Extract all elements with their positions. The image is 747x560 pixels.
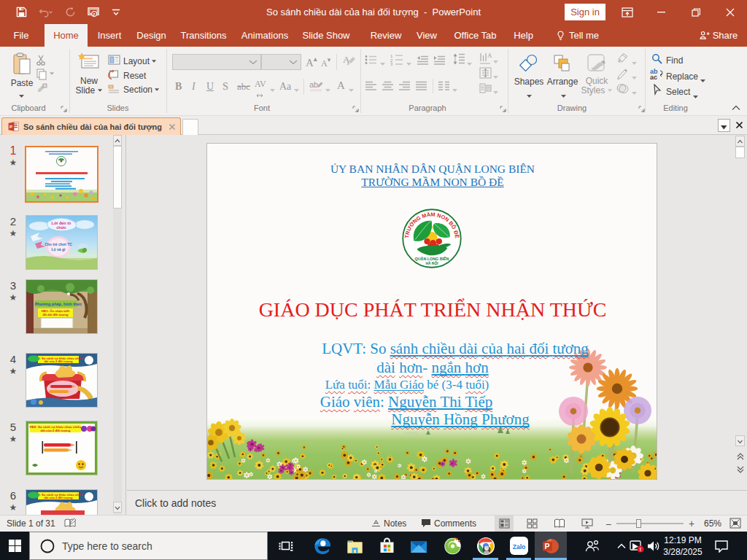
svg-text:đồ dài đối tượng: đồ dài đối tượng <box>42 313 68 316</box>
svg-text:chức: chức <box>56 225 66 230</box>
svg-text:dài của 2 đối tượng: dài của 2 đối tượng <box>44 359 72 363</box>
svg-text:dài của 2 đối tượng: dài của 2 đối tượng <box>41 429 71 432</box>
svg-text:1. Phương pháp, hình thức: 1. Phương pháp, hình thức <box>31 302 82 306</box>
svg-text:Cho trẻ chơi TC: Cho trẻ chơi TC <box>44 242 72 246</box>
svg-text:Lộ và gì: Lộ và gì <box>52 247 66 252</box>
svg-text:P: P <box>545 542 550 551</box>
svg-text:ac: ac <box>650 74 657 80</box>
svg-text:ab: ab <box>309 80 318 89</box>
svg-text:Zalo: Zalo <box>512 543 525 551</box>
svg-text:A: A <box>487 52 492 59</box>
svg-text:3: 3 <box>390 62 393 66</box>
svg-text:QUẬN LONG BIÊN: QUẬN LONG BIÊN <box>415 256 449 261</box>
svg-text:!: ! <box>640 547 641 552</box>
svg-text:dài của 2 đối tượng: dài của 2 đối tượng <box>44 496 72 499</box>
